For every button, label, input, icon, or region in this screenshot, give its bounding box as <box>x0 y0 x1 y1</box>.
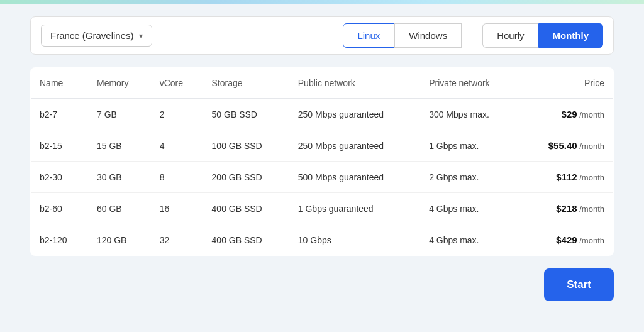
cell-name: b2-15 <box>31 130 88 162</box>
cell-name: b2-7 <box>31 99 88 130</box>
cell-storage: 100 GB SSD <box>203 130 289 162</box>
price-amount: $429 <box>556 235 577 245</box>
cell-price: $112 /month <box>519 162 613 193</box>
start-button[interactable]: Start <box>544 268 614 301</box>
cell-private-network: 300 Mbps max. <box>420 99 519 130</box>
billing-monthly-button[interactable]: Monthly <box>538 23 604 48</box>
cell-public-network: 500 Mbps guaranteed <box>289 162 420 193</box>
cell-vcore: 32 <box>151 224 203 256</box>
region-label: France (Gravelines) <box>50 30 134 41</box>
toolbar: France (Gravelines) ▾ Linux Windows Hour… <box>30 16 614 55</box>
col-header-price: Price <box>519 68 613 99</box>
table-row[interactable]: b2-15 15 GB 4 100 GB SSD 250 Mbps guaran… <box>31 130 614 162</box>
col-header-storage: Storage <box>203 68 289 99</box>
price-amount: $218 <box>556 203 577 214</box>
price-period: /month <box>577 110 604 119</box>
price-amount: $112 <box>556 172 577 182</box>
cell-vcore: 8 <box>151 162 203 193</box>
cell-public-network: 1 Gbps guaranteed <box>289 193 420 224</box>
table-row[interactable]: b2-7 7 GB 2 50 GB SSD 250 Mbps guarantee… <box>31 99 614 130</box>
cell-private-network: 4 Gbps max. <box>420 224 519 256</box>
cell-vcore: 16 <box>151 193 203 224</box>
os-windows-button[interactable]: Windows <box>394 23 462 48</box>
cell-memory: 15 GB <box>88 130 151 162</box>
table-row[interactable]: b2-120 120 GB 32 400 GB SSD 10 Gbps 4 Gb… <box>31 224 614 256</box>
cell-memory: 60 GB <box>88 193 151 224</box>
start-button-container: Start <box>30 268 614 301</box>
cell-vcore: 4 <box>151 130 203 162</box>
chevron-down-icon: ▾ <box>139 31 143 40</box>
pricing-table: Name Memory vCore Storage Public network… <box>30 67 614 256</box>
cell-price: $55.40 /month <box>519 130 613 162</box>
cell-private-network: 2 Gbps max. <box>420 162 519 193</box>
cell-memory: 120 GB <box>88 224 151 256</box>
price-amount: $55.40 <box>548 140 577 151</box>
cell-price: $429 /month <box>519 224 613 256</box>
cell-name: b2-120 <box>31 224 88 256</box>
cell-name: b2-30 <box>31 162 88 193</box>
cell-public-network: 250 Mbps guaranteed <box>289 130 420 162</box>
billing-hourly-button[interactable]: Hourly <box>482 23 538 48</box>
cell-storage: 200 GB SSD <box>203 162 289 193</box>
col-header-private-network: Private network <box>420 68 519 99</box>
col-header-public-network: Public network <box>289 68 420 99</box>
col-header-vcore: vCore <box>151 68 203 99</box>
region-selector[interactable]: France (Gravelines) ▾ <box>41 25 152 47</box>
price-period: /month <box>577 236 604 245</box>
cell-storage: 50 GB SSD <box>203 99 289 130</box>
cell-storage: 400 GB SSD <box>203 224 289 256</box>
cell-vcore: 2 <box>151 99 203 130</box>
table-row[interactable]: b2-30 30 GB 8 200 GB SSD 500 Mbps guaran… <box>31 162 614 193</box>
col-header-name: Name <box>31 68 88 99</box>
cell-memory: 7 GB <box>88 99 151 130</box>
table-row[interactable]: b2-60 60 GB 16 400 GB SSD 1 Gbps guarant… <box>31 193 614 224</box>
price-period: /month <box>577 173 604 182</box>
cell-private-network: 4 Gbps max. <box>420 193 519 224</box>
cell-name: b2-60 <box>31 193 88 224</box>
cell-memory: 30 GB <box>88 162 151 193</box>
os-linux-button[interactable]: Linux <box>343 23 394 48</box>
cell-private-network: 1 Gbps max. <box>420 130 519 162</box>
table-header-row: Name Memory vCore Storage Public network… <box>31 68 614 99</box>
price-period: /month <box>577 204 604 214</box>
divider <box>472 25 472 47</box>
cell-public-network: 250 Mbps guaranteed <box>289 99 420 130</box>
price-period: /month <box>577 141 604 151</box>
os-button-group: Linux Windows <box>343 23 462 48</box>
billing-button-group: Hourly Monthly <box>482 23 603 48</box>
price-amount: $29 <box>562 109 577 119</box>
cell-price: $218 /month <box>519 193 613 224</box>
col-header-memory: Memory <box>88 68 151 99</box>
cell-public-network: 10 Gbps <box>289 224 420 256</box>
cell-storage: 400 GB SSD <box>203 193 289 224</box>
cell-price: $29 /month <box>519 99 613 130</box>
main-container: France (Gravelines) ▾ Linux Windows Hour… <box>20 4 624 332</box>
